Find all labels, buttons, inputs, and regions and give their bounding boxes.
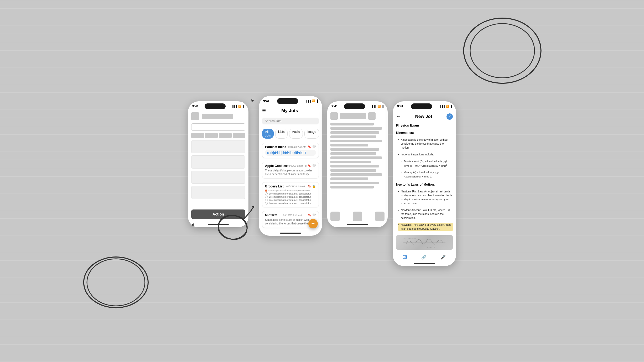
- grocery-item-5: Lorem ipsum dolor sit amet, consectetur: [265, 202, 316, 204]
- jot-cookies-title: Apple Cookies: [265, 164, 287, 168]
- dynamic-island-1: [205, 103, 226, 109]
- jot-podcast-title: Podcast Ideas: [265, 145, 286, 149]
- list-item-1-placeholder: [191, 140, 245, 153]
- fab-add-button[interactable]: +: [308, 219, 318, 228]
- list-item-4-placeholder: [191, 186, 245, 199]
- content-line-11: [330, 165, 379, 167]
- jot-cookies-icons: 🔖 🤍: [308, 164, 316, 167]
- confirm-button[interactable]: ✓: [446, 113, 453, 120]
- content-line-12: [330, 169, 376, 172]
- list-item-2-placeholder: [191, 155, 245, 169]
- play-button[interactable]: ▶: [267, 151, 269, 155]
- p3-title-placeholder: [340, 113, 366, 119]
- content-line-1: [330, 123, 374, 125]
- status-icons-2: ▐▐▐ 🛜 ▐: [306, 99, 318, 102]
- status-icons-3: ▐▐▐ 🛜 ▐: [371, 105, 383, 108]
- content-line-9: [330, 156, 382, 159]
- kinematics-sub-2: Velocity (v) = Initial velocity (v0) + A…: [401, 170, 453, 179]
- battery-icon-4: ▐: [450, 105, 452, 108]
- tab-lists[interactable]: Lists: [275, 129, 288, 139]
- status-bar-3: 9:41 ▐▐▐ 🛜 ▐: [327, 101, 388, 110]
- tab-1-placeholder: [191, 133, 204, 138]
- mic-tool-icon[interactable]: 🎤: [440, 255, 446, 260]
- filter-tabs: All Jots Lists Audio Image: [262, 129, 319, 139]
- content-line-10: [330, 161, 371, 163]
- bookmark-icon-3: 🔖: [308, 185, 311, 188]
- phone3-footer: [330, 209, 385, 221]
- search-text: Search Jots: [265, 119, 281, 123]
- annotation-arrow-1: [212, 206, 259, 259]
- jot-podcast-ideas[interactable]: Podcast Ideas 09/12/23 7:42 AM 🔖 🤍 ▶: [262, 143, 319, 158]
- link-tool-icon[interactable]: 🔗: [421, 255, 427, 260]
- tab-audio[interactable]: Audio: [289, 129, 303, 139]
- home-indicator-3: [347, 224, 368, 225]
- my-jots-header: ☰ My Jots: [262, 107, 319, 116]
- status-bar-1: 9:41 ▐▐▐ 🛜 ▐: [188, 101, 248, 110]
- audio-player[interactable]: ▶: [265, 150, 316, 156]
- jot-midterm-header: Midterm 09/12/23 7:42 AM 🔖 🤍: [265, 213, 316, 217]
- status-time-2: 9:41: [263, 99, 269, 103]
- content-line-3: [330, 131, 379, 134]
- search-placeholder: [191, 123, 245, 131]
- dynamic-island-3: [344, 103, 365, 109]
- phone1-header: [191, 112, 245, 120]
- kinematics-bullet-1: Kinematics is the study of motion withou…: [398, 138, 453, 150]
- section-kinematics: Kinematics:: [396, 131, 453, 135]
- content-line-8: [330, 152, 376, 155]
- hamburger-icon[interactable]: ☰: [262, 108, 266, 113]
- content-line-14: [330, 177, 368, 180]
- heart-icon: 🤍: [312, 145, 316, 149]
- content-line-5: [330, 140, 382, 142]
- tab-3-placeholder: [219, 133, 232, 138]
- grocery-item-2-text: Lorem ipsum dolor sit amet, consectetur: [269, 192, 311, 195]
- grocery-item-1: Lorem ipsum dolor sit amet, consectetur: [265, 189, 316, 192]
- note-image: Δx = v₀t + ½at² v = v₀ + at: [396, 235, 453, 250]
- new-jot-header: ← New Jot ✓: [396, 112, 453, 121]
- heart-icon-2: 🤍: [312, 164, 316, 167]
- jot-cookies-date: 08/02/23 12:24 PM: [287, 165, 307, 167]
- jot-apple-cookies[interactable]: Apple Cookies 08/02/23 12:24 PM 🔖 🤍 Thes…: [262, 162, 319, 179]
- jot-grocery-header: Grocery List 08/16/23 9:03 AM 🔖 🔒: [265, 185, 316, 188]
- grocery-item-5-text: Lorem ipsum dolor sit amet, consectetur: [269, 202, 311, 204]
- content-line-4: [330, 135, 376, 138]
- jot-grocery-title: Grocery List: [265, 185, 284, 188]
- jot-cookies-desc: These delightful apple cinnamon cookies …: [265, 169, 316, 176]
- p3-action-placeholder: [368, 112, 376, 120]
- image-tool-icon[interactable]: 🖼: [403, 255, 407, 260]
- svg-point-1: [216, 212, 250, 242]
- home-indicator-4: [414, 263, 435, 264]
- battery-icon-2: ▐: [316, 99, 318, 102]
- svg-text:Δx = v₀t + ½at²: Δx = v₀t + ½at²: [403, 238, 416, 239]
- newtons-first-law: Newton's First Law: An object at rest te…: [398, 190, 453, 205]
- section-newtons-laws: Newton's Laws of Motion:: [396, 183, 453, 186]
- grocery-list-items: Lorem ipsum dolor sit amet, consectetur …: [265, 189, 316, 204]
- kinematics-sub-1: Displacement (Δx) = Initial velocity (v0…: [401, 159, 453, 168]
- lock-icon: 🔒: [312, 185, 316, 188]
- status-time-3: 9:41: [331, 104, 338, 108]
- signal-icon-2: ▐▐▐: [306, 100, 311, 102]
- signal-icon-3: ▐▐▐: [371, 105, 376, 108]
- list-item-3-placeholder: [191, 171, 245, 184]
- content-line-7: [330, 148, 379, 151]
- wifi-icon-2: 🛜: [312, 99, 315, 102]
- svg-text:v = v₀ + at: v = v₀ + at: [427, 246, 435, 248]
- newtons-second-law: Newton's Second Law: F = ma, where F is …: [398, 208, 453, 220]
- signal-icon-4: ▐▐▐: [440, 105, 445, 108]
- jot-grocery-list[interactable]: Grocery List 08/16/23 9:03 AM 🔖 🔒 Lorem …: [262, 182, 319, 207]
- tab-image[interactable]: Image: [304, 129, 319, 139]
- back-button[interactable]: ←: [396, 114, 401, 119]
- status-icons-4: ▐▐▐ 🛜 ▐: [440, 105, 452, 108]
- heart-icon-4: 🤍: [312, 213, 316, 217]
- status-time-4: 9:41: [397, 104, 403, 108]
- jot-podcast-header: Podcast Ideas 09/12/23 7:42 AM 🔖 🤍: [265, 145, 316, 149]
- jot-midterm-title: Midterm: [265, 213, 277, 217]
- signal-icon: ▐▐▐: [232, 105, 237, 108]
- phone3-content: [330, 123, 385, 188]
- footer-block-3: [375, 212, 385, 221]
- wifi-icon: 🛜: [238, 105, 241, 108]
- status-time-1: 9:41: [192, 104, 199, 108]
- search-bar[interactable]: Search Jots: [262, 118, 319, 124]
- newtons-third-law: Newton's Third Law: For every action, th…: [398, 223, 453, 231]
- tab-all-jots[interactable]: All Jots: [262, 129, 274, 139]
- footer-block-1: [330, 212, 340, 221]
